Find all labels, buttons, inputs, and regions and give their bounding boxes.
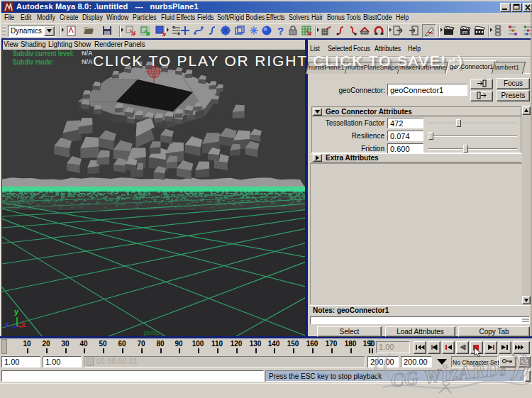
svg-text:z: z: [5, 320, 9, 328]
svg-text:?: ?: [277, 25, 284, 37]
svg-text:x: x: [21, 320, 26, 328]
svg-text:IPR: IPR: [462, 31, 468, 35]
svg-text:y: y: [14, 307, 19, 316]
svg-text:persp: persp: [144, 329, 160, 336]
